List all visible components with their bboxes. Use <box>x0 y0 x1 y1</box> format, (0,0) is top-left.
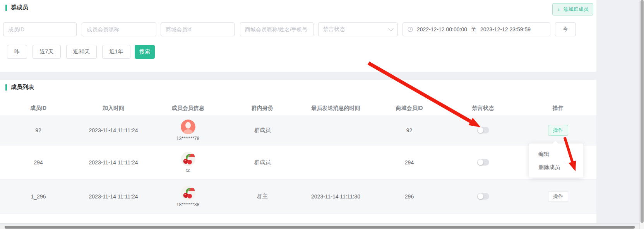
table-body: 92 2023-11-14 11:11:24 13*******78 群成员 9… <box>0 115 596 214</box>
chevron-down-icon <box>388 26 394 31</box>
cherries-avatar-image <box>181 186 195 200</box>
col-last-message-time: 最后发送消息的时间 <box>299 105 372 112</box>
col-mall-member-id: 商城会员ID <box>372 105 446 112</box>
date-range-picker[interactable]: 2022-12-12 00:00:00 至 2023-12-12 23:59:5… <box>402 22 550 36</box>
quick-30days-button[interactable]: 近30天 <box>66 45 97 59</box>
toggle-knob <box>478 127 483 133</box>
clock-icon <box>408 27 413 32</box>
mute-toggle[interactable] <box>477 127 489 133</box>
join-time-value: 2023-11-14 11:11:24 <box>77 193 150 200</box>
action-dropdown-menu: 编辑 删除成员 <box>529 144 583 178</box>
member-name: 13*******78 <box>176 136 199 141</box>
menu-item-edit[interactable]: 编辑 <box>529 147 583 161</box>
col-member-info: 成员会员信息 <box>150 105 226 112</box>
member-name: cc <box>186 168 190 173</box>
last-message-time-value: 2023-11-14 11:11:30 <box>299 193 372 200</box>
divider <box>0 223 639 224</box>
default-person-icon <box>181 120 195 134</box>
filter-card: 群成员 + 添加群成员 禁言状态 2022-12-12 00:00:00 至 2… <box>0 0 596 72</box>
date-range-separator: 至 <box>471 26 476 33</box>
list-title: 成员列表 <box>11 84 34 91</box>
vertical-scrollbar <box>639 0 644 229</box>
quick-7days-button[interactable]: 近7天 <box>33 45 61 59</box>
list-section-title: 成员列表 <box>5 84 34 91</box>
page-title: 群成员 <box>11 4 28 11</box>
table-row: 294 2023-11-14 11:11:24 cc 群成员 <box>0 145 596 179</box>
mall-member-id-value: 92 <box>372 127 446 133</box>
title-accent-bar <box>5 84 7 91</box>
mall-member-id-value: 296 <box>372 193 446 200</box>
mute-toggle[interactable] <box>477 159 489 166</box>
today-button[interactable]: 今 <box>555 22 576 36</box>
add-member-button[interactable]: + 添加群成员 <box>552 3 593 15</box>
join-time-value: 2023-11-14 11:11:24 <box>77 159 150 166</box>
role-value: 群成员 <box>226 159 299 166</box>
mall-member-search-input[interactable] <box>240 22 313 36</box>
col-member-id: 成员ID <box>0 105 77 112</box>
date-end-value: 2023-12-12 23:59:59 <box>480 26 531 32</box>
quick-yesterday-button[interactable]: 昨 <box>7 45 27 59</box>
member-info-cell: cc <box>150 152 226 173</box>
table-row: 1_296 2023-11-14 11:11:24 18*******38 群主 <box>0 179 596 214</box>
mute-toggle[interactable] <box>477 193 489 200</box>
role-value: 群主 <box>226 193 299 200</box>
mall-member-id-input[interactable] <box>161 22 235 36</box>
add-member-label: 添加群成员 <box>563 6 588 13</box>
member-id-input[interactable] <box>3 22 77 36</box>
horizontal-scrollbar-thumb[interactable] <box>5 226 635 229</box>
members-section-title: 群成员 <box>5 4 28 11</box>
date-start-value: 2022-12-12 00:00:00 <box>417 26 467 32</box>
mute-status-select[interactable]: 禁言状态 <box>318 22 398 36</box>
toggle-knob <box>478 159 483 165</box>
mute-status-placeholder: 禁言状态 <box>323 26 389 33</box>
col-join-time: 加入时间 <box>77 105 150 112</box>
member-id-value: 92 <box>0 127 77 133</box>
member-nickname-input[interactable] <box>82 22 156 36</box>
member-info-cell: 13*******78 <box>150 120 226 141</box>
menu-item-delete-member[interactable]: 删除成员 <box>529 161 583 174</box>
col-actions: 操作 <box>520 105 596 112</box>
join-time-value: 2023-11-14 11:11:24 <box>77 127 150 133</box>
col-group-role: 群内身份 <box>226 105 299 112</box>
row-action-button[interactable]: 操作 <box>548 191 568 202</box>
role-value: 群成员 <box>226 127 299 134</box>
table-row: 92 2023-11-14 11:11:24 13*******78 群成员 9… <box>0 115 596 145</box>
member-id-value: 294 <box>0 159 77 166</box>
table-header-row: 成员ID 加入时间 成员会员信息 群内身份 最后发送消息的时间 商城会员ID 禁… <box>0 101 596 116</box>
row-action-button[interactable]: 操作 <box>548 125 568 136</box>
cherries-avatar-image <box>181 152 195 166</box>
horizontal-scrollbar <box>0 226 639 229</box>
toggle-knob <box>478 193 483 199</box>
mall-member-id-value: 294 <box>372 159 446 166</box>
plus-icon: + <box>557 7 561 12</box>
member-info-cell: 18*******38 <box>150 186 226 207</box>
vertical-scrollbar-thumb[interactable] <box>641 0 644 223</box>
member-list-card: 成员列表 成员ID 加入时间 成员会员信息 群内身份 最后发送消息的时间 商城会… <box>0 80 596 224</box>
group-members-page: 群成员 + 添加群成员 禁言状态 2022-12-12 00:00:00 至 2… <box>0 0 644 229</box>
search-button[interactable]: 搜索 <box>135 45 155 59</box>
title-accent-bar <box>5 5 7 11</box>
member-id-value: 1_296 <box>0 193 77 200</box>
quick-1year-button[interactable]: 近1年 <box>102 45 130 59</box>
col-mute-status: 禁言状态 <box>446 105 520 112</box>
member-name: 18*******38 <box>176 202 199 207</box>
